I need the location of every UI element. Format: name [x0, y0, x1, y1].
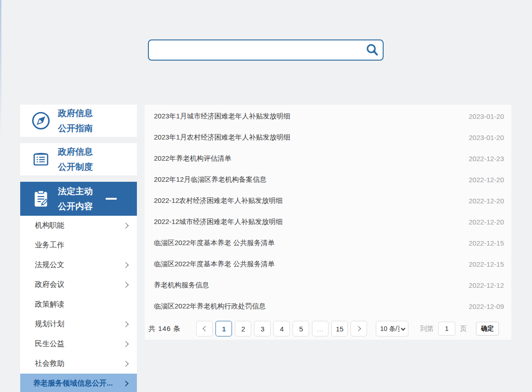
document-title-link[interactable]: 临淄区2022年度基本养老 公共服务清单 — [154, 260, 275, 269]
submenu-item-label: 民生公益 — [35, 339, 64, 349]
search-input[interactable] — [149, 40, 362, 60]
document-list-item[interactable]: 临淄区2022年度基本养老 公共服务清单2022-12-15 — [145, 253, 511, 274]
page-number-button[interactable]: 1 — [215, 321, 232, 336]
sidebar-submenu-item[interactable]: 社会救助 — [20, 354, 137, 374]
chevron-right-icon — [123, 282, 129, 288]
document-list-item[interactable]: 养老机构服务信息2022-12-12 — [145, 274, 511, 296]
document-title-link[interactable]: 2023年1月农村经济困难老年人补贴发放明细 — [154, 133, 290, 142]
document-list-item[interactable]: 2022-12农村经济困难老年人补贴发放明细2022-12-20 — [145, 190, 511, 211]
document-date: 2022-12-23 — [469, 155, 504, 162]
page-number-button[interactable]: 15 — [331, 321, 348, 336]
chevron-right-icon — [123, 223, 129, 229]
document-title-link[interactable]: 临淄区2022年养老机构行政处罚信息 — [154, 302, 266, 311]
sidebar-submenu-item[interactable]: 业务工作 — [20, 235, 137, 255]
document-date: 2022-12-20 — [469, 197, 504, 205]
chevron-right-icon — [123, 361, 129, 367]
submenu-item-label: 机构职能 — [35, 221, 64, 230]
document-list-item[interactable]: 临淄区2022年度基本养老 公共服务清单2022-12-15 — [145, 232, 511, 253]
document-list-item[interactable]: 2022-12城市经济困难老年人补贴发放明细2022-12-20 — [145, 211, 511, 232]
submenu-item-label: 规划计划 — [35, 319, 64, 329]
search-icon — [365, 43, 379, 57]
sidebar-submenu-item[interactable]: 政策解读 — [20, 295, 137, 314]
prev-page-button[interactable] — [196, 321, 213, 336]
page-number-button[interactable]: 4 — [273, 321, 290, 336]
document-date: 2022-12-15 — [469, 239, 504, 247]
chevron-right-icon — [356, 326, 361, 331]
submenu-item-label: 业务工作 — [35, 241, 64, 250]
sidebar-submenu-item[interactable]: 政府会议 — [20, 275, 137, 295]
page-size-select[interactable]: 10 条/页 — [376, 321, 408, 336]
chevron-right-icon — [123, 321, 129, 327]
sidebar-item-label: 政府信息 公开制度 — [58, 144, 93, 174]
pagination-bar: 共 146 条 12345...15 10 条/页 到第 页 确定 — [145, 318, 511, 340]
submenu-item-label: 社会救助 — [35, 359, 64, 369]
document-date: 2022-12-15 — [469, 260, 504, 268]
sidebar-item-open-guide[interactable]: 政府信息 公开指南 — [20, 105, 137, 137]
submenu-item-label: 法规公文 — [35, 260, 64, 270]
document-list-item[interactable]: 2023年1月城市经济困难老年人补贴发放明细2023-01-20 — [145, 106, 511, 127]
page-number-buttons: 12345...15 — [215, 321, 348, 336]
document-list-item[interactable]: 临淄区2022年养老机构行政处罚信息2022-12-09 — [145, 296, 511, 317]
compass-icon — [30, 110, 51, 131]
next-page-button[interactable] — [351, 321, 367, 336]
search-button[interactable] — [362, 40, 383, 60]
document-title-link[interactable]: 2023年1月城市经济困难老年人补贴发放明细 — [154, 112, 290, 121]
collapse-minus-icon — [106, 198, 117, 200]
jump-page-input[interactable] — [438, 322, 455, 336]
sidebar-submenu-item[interactable]: 规划计划 — [20, 314, 137, 334]
pagination-pages: 12345...15 — [196, 321, 367, 336]
sidebar-item-open-rules[interactable]: 政府信息 公开制度 — [20, 143, 137, 175]
document-title-link[interactable]: 养老机构服务信息 — [154, 281, 209, 290]
document-title-link[interactable]: 2022年养老机构评估清单 — [154, 154, 231, 163]
chevron-right-icon — [123, 341, 129, 347]
pagination-ellipsis[interactable]: ... — [312, 321, 328, 336]
document-date: 2023-01-20 — [469, 134, 504, 141]
submenu-item-label: 政策解读 — [35, 300, 64, 309]
sidebar-submenu-item[interactable]: 养老服务领域信息公开... — [20, 374, 137, 392]
sidebar-submenu-item[interactable]: 法规公文 — [20, 255, 137, 275]
document-date: 2022-12-20 — [469, 176, 504, 184]
document-title-link[interactable]: 2022年12月临淄区养老机构备案信息 — [154, 175, 266, 184]
document-list-item[interactable]: 2022年12月临淄区养老机构备案信息2022-12-20 — [145, 169, 511, 190]
sidebar-item-label: 政府信息 公开指南 — [58, 106, 93, 136]
document-title-link[interactable]: 2022-12城市经济困难老年人补贴发放明细 — [154, 218, 283, 226]
page-number-button[interactable]: 3 — [254, 321, 271, 336]
page-left-accent-strip — [0, 0, 1, 197]
total-count-label: 共 146 条 — [148, 325, 181, 333]
sidebar-item-label: 法定主动 公开内容 — [58, 184, 93, 214]
page-number-button[interactable]: 2 — [235, 321, 251, 336]
ledger-icon — [30, 149, 51, 170]
document-title-link[interactable]: 临淄区2022年度基本养老 公共服务清单 — [154, 239, 275, 247]
document-title-link[interactable]: 2022-12农村经济困难老年人补贴发放明细 — [154, 196, 283, 205]
submenu-item-label: 养老服务领域信息公开... — [33, 379, 113, 388]
submenu-item-label: 政府会议 — [35, 280, 64, 290]
confirm-button[interactable]: 确定 — [476, 322, 499, 336]
clipboard-pen-icon — [30, 188, 51, 209]
page-number-button[interactable]: 5 — [293, 321, 309, 336]
chevron-left-icon — [203, 326, 208, 331]
document-date: 2022-12-09 — [469, 302, 504, 310]
page-size-select-wrap: 10 条/页 — [376, 321, 408, 336]
page-jump-group: 到第 页 确定 — [420, 322, 499, 336]
sidebar-submenu: 机构职能业务工作法规公文政府会议政策解读规划计划民生公益社会救助养老服务领域信息… — [20, 216, 137, 392]
document-list-item[interactable]: 2023年1月农村经济困难老年人补贴发放明细2023-01-20 — [145, 127, 511, 148]
document-panel: 2023年1月城市经济困难老年人补贴发放明细2023-01-202023年1月农… — [145, 105, 511, 340]
search-bar — [148, 39, 384, 61]
document-date: 2022-12-20 — [469, 218, 504, 226]
document-list: 2023年1月城市经济困难老年人补贴发放明细2023-01-202023年1月农… — [145, 105, 511, 317]
document-list-item[interactable]: 2022年养老机构评估清单2022-12-23 — [145, 148, 511, 169]
sidebar-submenu-item[interactable]: 民生公益 — [20, 334, 137, 354]
chevron-right-icon — [123, 262, 129, 268]
chevron-right-icon — [123, 381, 129, 386]
sidebar-submenu-item[interactable]: 机构职能 — [20, 216, 137, 235]
document-date: 2022-12-12 — [469, 281, 504, 289]
jump-suffix-label: 页 — [460, 325, 467, 333]
document-date: 2023-01-20 — [469, 112, 504, 120]
sidebar-item-statutory-disclosure[interactable]: 法定主动 公开内容 — [20, 182, 137, 216]
jump-prefix-label: 到第 — [420, 325, 434, 333]
